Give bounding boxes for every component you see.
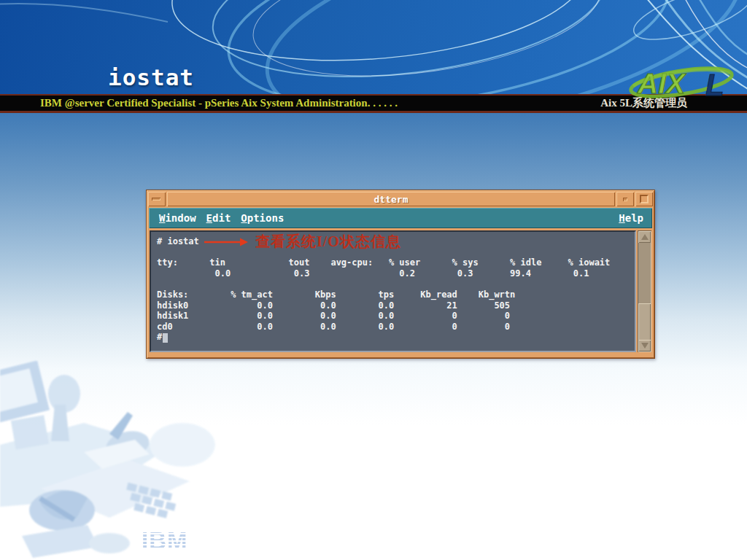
red-arrow-icon bbox=[204, 237, 249, 247]
terminal-line: hdisk0 0.0 0.0 0.0 21 505 bbox=[157, 300, 635, 311]
arrow-up-icon bbox=[641, 234, 649, 240]
scrollbar[interactable] bbox=[638, 230, 651, 352]
window-titlebar[interactable]: dtterm bbox=[147, 190, 654, 206]
scrollbar-thumb[interactable] bbox=[638, 303, 651, 341]
terminal-line: tty: tin tout avg-cpu: % user % sys % id… bbox=[157, 257, 635, 268]
menubar: Window Edit Options Help bbox=[149, 208, 652, 228]
ibm-logo: IBM bbox=[140, 525, 203, 557]
terminal-cursor bbox=[163, 333, 168, 343]
slide: { "slide": { "title": "iostat", "header_… bbox=[0, 0, 747, 560]
minimize-button[interactable] bbox=[616, 192, 634, 206]
annotation-text: 查看系统I/O状态信息 bbox=[255, 232, 401, 252]
maximize-button[interactable] bbox=[635, 192, 653, 206]
terminal-line: cd0 0.0 0.0 0.0 0 0 bbox=[157, 322, 635, 332]
header-left-text: IBM @server Certified Specialist - pSeri… bbox=[40, 97, 398, 109]
page-title: iostat bbox=[108, 64, 194, 90]
menu-edit[interactable]: Edit bbox=[206, 212, 231, 224]
terminal-line bbox=[157, 279, 635, 289]
terminal-screen[interactable]: # iostat tty: tin tout avg-cpu: % user %… bbox=[150, 230, 636, 352]
annotation: 查看系统I/O状态信息 bbox=[204, 232, 401, 252]
arrow-down-icon bbox=[641, 343, 649, 349]
terminal-line: 0.0 0.3 0.2 0.3 99.4 0.1 bbox=[157, 268, 635, 279]
window-title[interactable]: dtterm bbox=[167, 192, 615, 206]
terminal-output: # iostat tty: tin tout avg-cpu: % user %… bbox=[157, 236, 635, 343]
aix-logo: L AIX bbox=[627, 61, 743, 102]
terminal-line: hdisk1 0.0 0.0 0.0 0 0 bbox=[157, 311, 635, 322]
maximize-icon bbox=[640, 195, 649, 203]
terminal-line: # bbox=[157, 332, 635, 343]
window-menu-button[interactable] bbox=[148, 192, 166, 206]
window-menu-dash-icon bbox=[152, 198, 160, 201]
ibm-logo-text: IBM bbox=[142, 527, 188, 554]
minimize-icon bbox=[623, 198, 627, 201]
terminal-line: Disks: % tm_act Kbps tps Kb_read Kb_wrtn bbox=[157, 289, 635, 300]
menu-help[interactable]: Help bbox=[619, 212, 643, 224]
menu-options[interactable]: Options bbox=[241, 212, 284, 224]
scroll-down-button[interactable] bbox=[638, 340, 651, 351]
dtterm-window: dtterm Window Edit Options Help # iostat… bbox=[146, 190, 655, 359]
scroll-up-button[interactable] bbox=[638, 231, 651, 243]
window-body: # iostat tty: tin tout avg-cpu: % user %… bbox=[150, 230, 651, 352]
menu-window[interactable]: Window bbox=[159, 212, 196, 224]
